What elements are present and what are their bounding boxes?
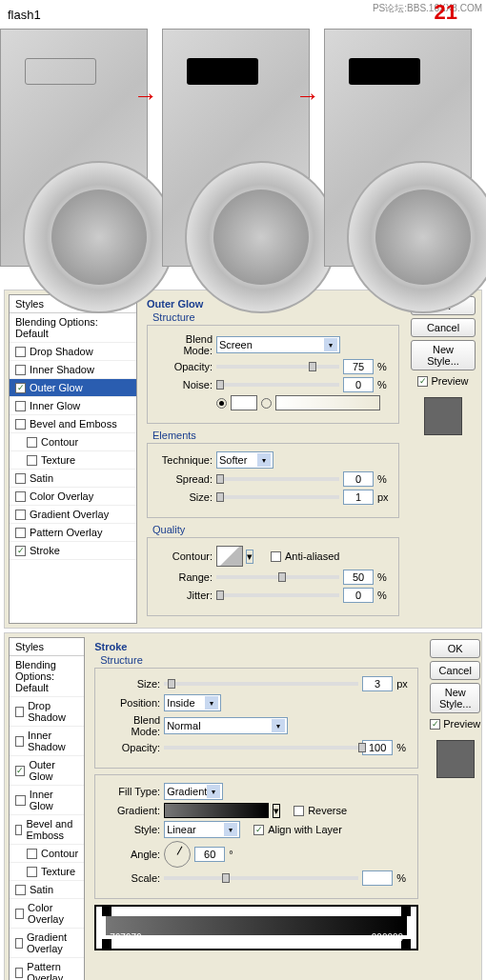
- jitter-input[interactable]: 0: [343, 588, 374, 603]
- style-item-outer-glow[interactable]: Outer Glow: [10, 379, 136, 397]
- scale-input[interactable]: [362, 870, 393, 886]
- style-checkbox[interactable]: [15, 707, 24, 717]
- angle-input[interactable]: 60: [194, 847, 225, 862]
- style-item-satin[interactable]: Satin: [10, 881, 84, 899]
- style-item-gradient-overlay[interactable]: Gradient Overlay: [10, 929, 84, 958]
- glow-color-swatch[interactable]: [231, 395, 257, 410]
- style-checkbox[interactable]: [27, 867, 37, 877]
- new-style-button[interactable]: New Style...: [411, 340, 476, 370]
- style-item-inner-glow[interactable]: Inner Glow: [10, 397, 136, 415]
- position-select[interactable]: Inside▾: [164, 694, 221, 711]
- style-item-gradient-overlay[interactable]: Gradient Overlay: [10, 506, 136, 524]
- ok-button[interactable]: OK: [430, 639, 480, 658]
- style-checkbox[interactable]: [15, 401, 26, 411]
- style-checkbox[interactable]: [15, 383, 26, 393]
- contour-picker[interactable]: [216, 546, 243, 567]
- gradient-strip[interactable]: [106, 916, 407, 935]
- style-item-label: Bevel and Emboss: [26, 818, 78, 841]
- style-checkbox[interactable]: [15, 736, 24, 747]
- glow-gradient-picker[interactable]: [275, 395, 380, 410]
- style-item-contour[interactable]: Contour: [10, 845, 84, 863]
- style-checkbox[interactable]: [15, 491, 26, 502]
- style-checkbox[interactable]: [15, 528, 26, 538]
- noise-slider[interactable]: [216, 383, 339, 387]
- chevron-down-icon[interactable]: ▾: [273, 804, 280, 818]
- style-checkbox[interactable]: [15, 546, 26, 556]
- solid-color-radio[interactable]: [216, 398, 227, 409]
- style-checkbox[interactable]: [27, 437, 37, 448]
- style-item-bevel-and-emboss[interactable]: Bevel and Emboss: [10, 815, 84, 845]
- range-input[interactable]: 50: [343, 570, 374, 585]
- opacity-slider[interactable]: [216, 365, 339, 369]
- style-checkbox[interactable]: [15, 347, 26, 357]
- preview-checkbox[interactable]: [430, 719, 440, 730]
- align-with-layer-checkbox[interactable]: [253, 825, 264, 835]
- style-item-stroke[interactable]: Stroke: [10, 542, 136, 560]
- style-checkbox[interactable]: [15, 510, 26, 520]
- style-checkbox[interactable]: [15, 365, 26, 375]
- style-item-label: Texture: [41, 866, 75, 877]
- opacity-input[interactable]: 100: [362, 740, 393, 755]
- blending-options-default[interactable]: Blending Options: Default: [10, 656, 84, 697]
- style-item-satin[interactable]: Satin: [10, 470, 136, 488]
- blending-options-default[interactable]: Blending Options: Default: [10, 313, 136, 343]
- scale-slider[interactable]: [164, 876, 358, 880]
- reverse-checkbox[interactable]: [294, 806, 304, 816]
- opacity-input[interactable]: 75: [343, 359, 374, 374]
- noise-input[interactable]: 0: [343, 377, 374, 392]
- style-checkbox[interactable]: [15, 473, 26, 484]
- style-item-inner-shadow[interactable]: Inner Shadow: [10, 361, 136, 379]
- style-checkbox[interactable]: [27, 849, 37, 859]
- style-checkbox[interactable]: [15, 968, 23, 978]
- style-item-color-overlay[interactable]: Color Overlay: [10, 899, 84, 929]
- gradient-picker[interactable]: [164, 803, 269, 818]
- style-item-inner-glow[interactable]: Inner Glow: [10, 786, 84, 815]
- style-checkbox[interactable]: [27, 455, 37, 466]
- preview-checkbox[interactable]: [417, 376, 428, 387]
- chevron-down-icon[interactable]: ▾: [246, 550, 253, 564]
- anti-aliased-checkbox[interactable]: [271, 551, 281, 562]
- style-checkbox[interactable]: [15, 419, 26, 430]
- blend-mode-select[interactable]: Normal▾: [164, 717, 288, 734]
- technique-select[interactable]: Softer▾: [216, 451, 273, 469]
- styles-header[interactable]: Styles: [10, 638, 84, 656]
- style-item-inner-shadow[interactable]: Inner Shadow: [10, 727, 84, 756]
- spread-input[interactable]: 0: [343, 471, 374, 487]
- fill-type-select[interactable]: Gradient▾: [164, 783, 223, 800]
- opacity-stop-icon[interactable]: [102, 905, 111, 916]
- new-style-button[interactable]: New Style...: [430, 683, 480, 713]
- style-checkbox[interactable]: [15, 766, 25, 776]
- style-item-texture[interactable]: Texture: [10, 863, 84, 881]
- jitter-slider[interactable]: [216, 593, 339, 597]
- gradient-style-select[interactable]: Linear▾: [164, 821, 240, 838]
- style-checkbox[interactable]: [15, 885, 26, 895]
- quality-subheading: Quality: [152, 524, 399, 535]
- style-item-bevel-and-emboss[interactable]: Bevel and Emboss: [10, 415, 136, 433]
- style-item-color-overlay[interactable]: Color Overlay: [10, 488, 136, 506]
- angle-dial[interactable]: [164, 841, 191, 868]
- gradient-editor[interactable]: 767676 000000: [94, 905, 418, 950]
- opacity-slider[interactable]: [164, 746, 358, 750]
- size-input[interactable]: 3: [362, 676, 393, 691]
- style-item-contour[interactable]: Contour: [10, 433, 136, 451]
- style-checkbox[interactable]: [15, 938, 23, 949]
- size-input[interactable]: 1: [343, 490, 374, 505]
- style-item-drop-shadow[interactable]: Drop Shadow: [10, 697, 84, 727]
- style-item-pattern-overlay[interactable]: Pattern Overlay: [10, 524, 136, 542]
- blend-mode-select[interactable]: Screen▾: [216, 336, 340, 353]
- opacity-stop-icon[interactable]: [401, 905, 411, 916]
- style-item-drop-shadow[interactable]: Drop Shadow: [10, 343, 136, 361]
- cancel-button[interactable]: Cancel: [430, 661, 480, 680]
- range-slider[interactable]: [216, 575, 339, 579]
- spread-slider[interactable]: [216, 477, 339, 481]
- gradient-radio[interactable]: [261, 398, 272, 409]
- style-item-outer-glow[interactable]: Outer Glow: [10, 756, 84, 786]
- style-checkbox[interactable]: [15, 909, 24, 919]
- size-slider[interactable]: [164, 682, 358, 686]
- style-item-pattern-overlay[interactable]: Pattern Overlay: [10, 958, 84, 980]
- style-checkbox[interactable]: [15, 795, 26, 806]
- style-checkbox[interactable]: [15, 825, 22, 835]
- style-item-texture[interactable]: Texture: [10, 451, 136, 470]
- size-slider[interactable]: [216, 495, 339, 499]
- cancel-button[interactable]: Cancel: [411, 318, 476, 337]
